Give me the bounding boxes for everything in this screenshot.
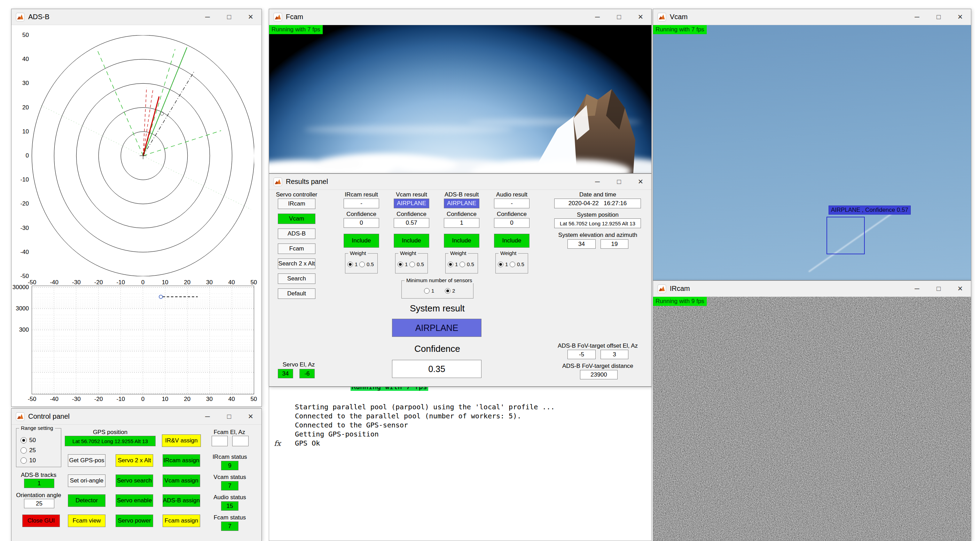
x-tick: 0	[134, 396, 152, 403]
irv-assign-button[interactable]: IR&V assign	[162, 434, 201, 447]
servo-2x-alt-button[interactable]: Servo 2 x Alt	[116, 454, 153, 467]
get-gps-pos-button[interactable]: Get GPS-pos	[68, 454, 105, 467]
adsb-window: ADS-B ─ □ ✕ 50403020100-10-20-30-40-50	[11, 9, 262, 407]
vcam-weight-group: Weight 1 0.5	[395, 253, 428, 273]
ircam-confidence-field[interactable]: 0	[344, 218, 379, 228]
audio-include-button[interactable]: Include	[494, 234, 530, 248]
minimize-icon[interactable]: ─	[587, 174, 608, 190]
adsb-confidence-field[interactable]: 1	[444, 218, 479, 228]
close-icon[interactable]: ✕	[630, 9, 651, 25]
minimize-icon[interactable]: ─	[587, 9, 608, 25]
servo-vcam-button[interactable]: Vcam	[278, 214, 315, 224]
fov-offset-el-field[interactable]: -5	[568, 350, 596, 359]
audio-weight-1-radio[interactable]: 1	[498, 261, 508, 267]
matlab-icon	[16, 412, 25, 421]
maximize-icon[interactable]: □	[608, 174, 630, 190]
servo-power-button[interactable]: Servo power	[116, 514, 153, 527]
min-sensors-1-radio[interactable]: 1	[424, 288, 434, 294]
date-time-field: 2020-04-22 16:27:16	[554, 199, 641, 208]
range-50-radio[interactable]: 50	[21, 437, 36, 444]
minimize-icon[interactable]: ─	[906, 281, 928, 297]
x-tick: 40	[223, 396, 240, 403]
adsb-weight-05-radio[interactable]: 0.5	[460, 261, 474, 267]
close-icon[interactable]: ✕	[630, 174, 651, 190]
radio-dot	[409, 262, 415, 267]
date-time-label: Date and time	[546, 191, 650, 198]
polar-plot	[32, 35, 254, 276]
close-gui-button[interactable]: Close GUI	[22, 514, 60, 527]
fcam-el-field[interactable]	[212, 436, 228, 446]
range-25-radio[interactable]: 25	[21, 447, 36, 454]
range-10-radio[interactable]: 10	[21, 457, 36, 464]
system-el-az-label: System elevation and azimuth	[546, 231, 650, 239]
adsb-weight-1-radio[interactable]: 1	[448, 261, 458, 267]
detector-button[interactable]: Detector	[68, 494, 105, 507]
close-icon[interactable]: ✕	[949, 281, 971, 297]
set-ori-angle-button[interactable]: Set ori-angle	[68, 474, 105, 487]
vcam-weight-05-radio[interactable]: 0.5	[409, 261, 424, 267]
servo-enable-button[interactable]: Servo enable	[116, 494, 153, 507]
ircam-weight-1-radio[interactable]: 1	[347, 261, 358, 267]
y-tick: -50	[20, 273, 29, 280]
close-icon[interactable]: ✕	[949, 9, 971, 25]
adsb-include-button[interactable]: Include	[444, 234, 479, 248]
vcam-image: AIRPLANE , Confidence 0.57 Running with …	[653, 25, 971, 280]
audio-weight-05-radio[interactable]: 0.5	[510, 261, 524, 267]
system-elevation-field[interactable]: 34	[568, 239, 596, 249]
servo-ircam-button[interactable]: IRcam	[278, 199, 315, 209]
weight-label: Weight	[398, 250, 418, 256]
maximize-icon[interactable]: □	[608, 9, 630, 25]
servo-fcam-button[interactable]: Fcam	[278, 244, 315, 254]
console-line: Connected to the parallel pool (number o…	[295, 412, 555, 420]
weight-label: Weight	[348, 250, 368, 256]
close-icon[interactable]: ✕	[240, 409, 261, 424]
maximize-icon[interactable]: □	[218, 409, 240, 424]
fov-distance-field[interactable]: 23900	[580, 370, 617, 379]
vcam-include-button[interactable]: Include	[394, 234, 429, 248]
polar-yticks: 50403020100-10-20-30-40-50	[13, 32, 29, 280]
servo-search-button[interactable]: Servo search	[116, 474, 153, 487]
ircam-assign-button[interactable]: IRcam assign	[162, 454, 200, 467]
maximize-icon[interactable]: □	[218, 9, 240, 25]
fcam-view-button[interactable]: Fcam view	[68, 514, 105, 527]
system-confidence-field: 0.35	[392, 360, 482, 378]
servo-adsb-button[interactable]: ADS-B	[278, 228, 315, 239]
servo-default-button[interactable]: Default	[278, 289, 315, 299]
fps-badge: Running with 7 fps	[653, 25, 707, 34]
vcam-weight-1-radio[interactable]: 1	[398, 261, 408, 267]
radio-dot	[498, 262, 503, 267]
fov-offset-az-field[interactable]: 3	[601, 350, 628, 359]
command-window[interactable]: Running with 7 fps Starting parallel poo…	[269, 387, 652, 541]
maximize-icon[interactable]: □	[928, 281, 949, 297]
vcam-assign-button[interactable]: Vcam assign	[162, 474, 200, 487]
fcam-az-field[interactable]	[232, 436, 248, 446]
radio-label: 25	[29, 447, 36, 454]
maximize-icon[interactable]: □	[928, 9, 949, 25]
ircam-include-button[interactable]: Include	[344, 234, 379, 248]
fcam-el-az-label: Fcam El, Az	[205, 429, 254, 436]
radio-label: 50	[29, 437, 36, 444]
adsb-assign-button[interactable]: ADS-B assign	[162, 494, 200, 507]
vcam-result-header: Vcam result	[390, 191, 433, 198]
system-azimuth-field[interactable]: 19	[601, 239, 628, 249]
fcam-assign-button[interactable]: Fcam assign	[162, 514, 200, 527]
servo-search-2x-alt-button[interactable]: Search 2 x Alt	[278, 259, 315, 269]
audio-confidence-field[interactable]: 0	[494, 218, 530, 228]
minimize-icon[interactable]: ─	[197, 409, 218, 424]
audio-result-header: Audio result	[490, 191, 534, 198]
console-line: Getting GPS-position	[295, 429, 555, 439]
control-panel-titlebar: Control panel ─ □ ✕	[11, 409, 261, 425]
servo-el-field[interactable]: 34	[278, 369, 293, 378]
vcam-confidence-field[interactable]: 0.57	[394, 218, 429, 228]
orientation-angle-label: Orientation angle	[14, 492, 63, 499]
servo-az-field[interactable]: -6	[299, 369, 315, 378]
fov-distance-label: ADS-B FoV-target distance	[546, 363, 650, 370]
minimize-icon[interactable]: ─	[197, 9, 218, 25]
orientation-angle-field[interactable]: 25	[24, 499, 54, 508]
min-sensors-2-radio[interactable]: 2	[445, 288, 455, 294]
close-icon[interactable]: ✕	[240, 9, 261, 25]
ircam-weight-05-radio[interactable]: 0.5	[359, 261, 374, 267]
x-tick: 30	[200, 396, 219, 403]
servo-search-button[interactable]: Search	[278, 273, 315, 284]
minimize-icon[interactable]: ─	[906, 9, 928, 25]
